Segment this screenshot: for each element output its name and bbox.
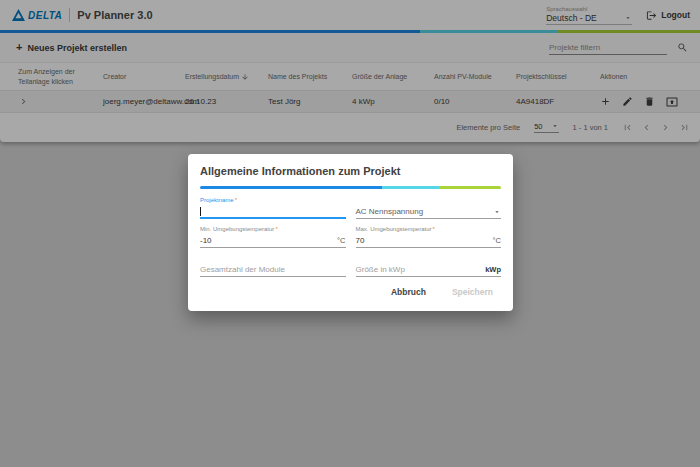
dialog-title: Allgemeine Informationen zum Projekt [200,165,501,177]
dialog-actions: Abbruch Speichern [200,284,501,302]
min-temp-label: Min. Umgebungstemperatur* [200,226,346,234]
total-modules-input[interactable]: Gesamtzahl der Module [200,263,346,277]
text-cursor [200,207,201,216]
min-temp-unit: °C [337,236,345,245]
project-name-field: Projektname* [200,197,346,219]
ac-voltage-field: AC Nennspannung [356,197,502,219]
cancel-button[interactable]: Abbruch [389,284,428,300]
max-temp-unit: °C [493,236,501,245]
size-kwp-input[interactable]: Größe in kWp kWp [356,263,502,277]
ac-voltage-select[interactable]: AC Nennspannung [356,205,502,219]
max-temp-input[interactable]: 70 °C [356,234,502,248]
max-temp-field: Max. Umgebungstemperatur* 70 °C [356,226,502,248]
min-temp-field: Min. Umgebungstemperatur* -10 °C [200,226,346,248]
project-name-label: Projektname* [200,197,346,205]
ac-voltage-label: AC Nennspannung [356,207,424,216]
ac-voltage-label-spacer [356,197,502,205]
progress-segment-cyan [382,186,439,189]
max-temp-value: 70 [356,236,365,245]
progress-segment-green [439,186,501,189]
min-temp-input[interactable]: -10 °C [200,234,346,248]
min-temp-value: -10 [200,236,212,245]
project-info-dialog: Allgemeine Informationen zum Projekt Pro… [188,154,513,311]
max-temp-label: Max. Umgebungstemperatur* [356,226,502,234]
dialog-progress-bar [200,186,501,189]
progress-segment-blue [200,186,382,189]
size-kwp-field: Größe in kWp kWp [356,255,502,277]
size-kwp-unit: kWp [485,265,501,274]
total-modules-placeholder: Gesamtzahl der Module [200,265,285,274]
total-modules-field: Gesamtzahl der Module [200,255,346,277]
size-kwp-placeholder: Größe in kWp [356,265,405,274]
save-button[interactable]: Speichern [450,284,495,300]
project-name-input[interactable] [200,205,346,219]
chevron-down-icon [493,208,501,216]
